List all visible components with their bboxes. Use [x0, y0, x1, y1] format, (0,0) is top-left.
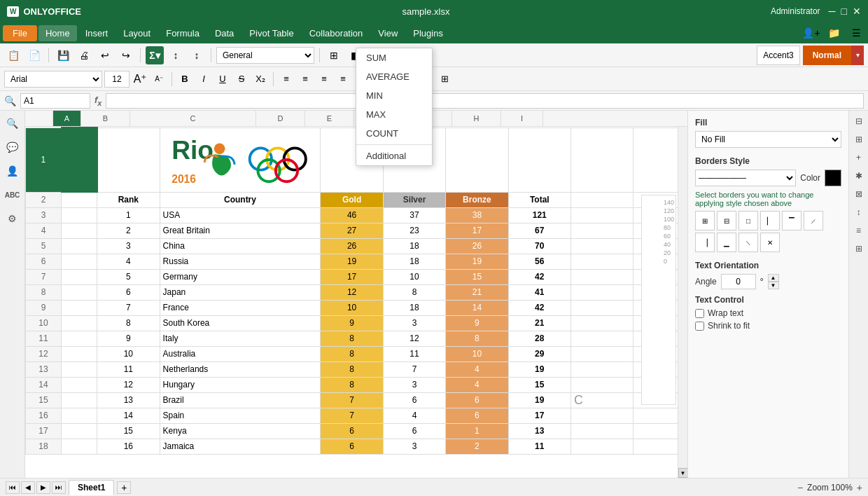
cell-h7[interactable] — [570, 269, 633, 284]
cell-d9[interactable]: 10 — [321, 300, 383, 315]
cell-a1[interactable] — [62, 128, 97, 192]
cell-d15[interactable]: 7 — [321, 392, 383, 408]
last-sheet-btn[interactable]: ⏭ — [52, 481, 66, 494]
menu-file[interactable]: File — [3, 25, 37, 41]
border-right-btn[interactable]: ▕ — [695, 233, 715, 252]
italic-btn[interactable]: I — [195, 71, 212, 88]
cell-b11[interactable]: 9 — [97, 331, 160, 346]
dropdown-min[interactable]: MIN — [356, 86, 432, 105]
cell-f13[interactable]: 4 — [446, 361, 508, 377]
cell-b17[interactable]: 15 — [97, 423, 160, 439]
cell-f15[interactable]: 6 — [446, 392, 508, 408]
cell-a3[interactable] — [62, 207, 97, 223]
borders-btn[interactable]: ⊞ — [436, 71, 453, 88]
cell-g13[interactable]: 19 — [508, 361, 570, 377]
cell-b13[interactable]: 11 — [97, 361, 160, 377]
cell-c10[interactable]: South Korea — [160, 315, 321, 331]
strikethrough-btn[interactable]: S — [233, 71, 250, 88]
cell-e14[interactable]: 3 — [383, 377, 445, 392]
cell-g14[interactable]: 15 — [508, 377, 570, 392]
font-family-select[interactable]: Arial — [4, 71, 102, 88]
normal-style-btn[interactable]: Normal — [803, 46, 851, 65]
cell-h11[interactable] — [570, 331, 633, 346]
border-bot-btn[interactable]: ▁ — [717, 233, 736, 252]
copy-btn[interactable]: 📄 — [25, 46, 43, 64]
cell-d14[interactable]: 8 — [321, 377, 383, 392]
cell-e12[interactable]: 11 — [383, 346, 445, 361]
cell-h4[interactable] — [570, 223, 633, 238]
accent3-style[interactable]: Accent3 — [757, 46, 799, 65]
sum-btn[interactable]: Σ▾ — [146, 46, 164, 64]
right-icon-7[interactable]: ≡ — [851, 223, 867, 238]
right-icon-4[interactable]: ✱ — [851, 168, 867, 184]
cell-c2-country[interactable]: Country — [160, 192, 321, 207]
cell-d12[interactable]: 8 — [321, 346, 383, 361]
cell-h10[interactable] — [570, 315, 633, 331]
cell-b15[interactable]: 13 — [97, 392, 160, 408]
cell-a12[interactable] — [62, 346, 97, 361]
cell-a14[interactable] — [62, 377, 97, 392]
sort-asc-btn[interactable]: ↕ — [167, 46, 185, 64]
right-icon-6[interactable]: ↕ — [851, 205, 867, 220]
cell-b1[interactable] — [97, 128, 160, 192]
align-justify-btn[interactable]: ≡ — [335, 71, 351, 88]
cell-f1[interactable] — [446, 128, 508, 192]
cell-c3[interactable]: USA — [160, 207, 321, 223]
menu-view[interactable]: View — [371, 25, 405, 41]
cell-b4[interactable]: 2 — [97, 223, 160, 238]
border-top-btn[interactable]: ▔ — [782, 211, 802, 230]
cell-f16[interactable]: 6 — [446, 408, 508, 423]
cell-e11[interactable]: 12 — [383, 331, 445, 346]
cell-g17[interactable]: 13 — [508, 423, 570, 439]
cell-g5[interactable]: 70 — [508, 238, 570, 254]
cell-c7[interactable]: Germany — [160, 269, 321, 284]
border-none-btn[interactable]: ✕ — [760, 233, 780, 252]
cell-b5[interactable]: 3 — [97, 238, 160, 254]
cell-f5[interactable]: 26 — [446, 238, 508, 254]
cell-d4[interactable]: 27 — [321, 223, 383, 238]
undo-btn[interactable]: ↩ — [96, 46, 114, 64]
cell-b9[interactable]: 7 — [97, 300, 160, 315]
cell-h1[interactable] — [570, 128, 633, 192]
sheet-tab-1[interactable]: Sheet1 — [69, 480, 114, 495]
color-picker[interactable] — [825, 170, 841, 186]
user-plus-btn[interactable]: 👤+ — [802, 24, 820, 42]
cell-c11[interactable]: Italy — [160, 331, 321, 346]
cell-c8[interactable]: Japan — [160, 284, 321, 300]
right-icon-8[interactable]: ⊞ — [851, 241, 867, 256]
cell-d11[interactable]: 8 — [321, 331, 383, 346]
cell-g10[interactable]: 21 — [508, 315, 570, 331]
angle-up-btn[interactable]: ▲ — [768, 274, 779, 282]
cell-d8[interactable]: 12 — [321, 284, 383, 300]
number-format-select[interactable]: General — [216, 47, 314, 64]
cell-e16[interactable]: 4 — [383, 408, 445, 423]
scroll-down-btn[interactable]: ▼ — [678, 468, 688, 478]
wrap-text-checkbox[interactable] — [695, 309, 704, 318]
cell-d18[interactable]: 6 — [321, 439, 383, 454]
left-abc-icon[interactable]: ABC — [3, 185, 22, 205]
cell-a5[interactable] — [62, 238, 97, 254]
cell-g6[interactable]: 56 — [508, 254, 570, 269]
folder-btn[interactable]: 📁 — [825, 24, 843, 42]
cell-a7[interactable] — [62, 269, 97, 284]
maximize-btn[interactable]: □ — [841, 6, 847, 17]
cell-c6[interactable]: Russia — [160, 254, 321, 269]
col-header-d[interactable]: D — [256, 111, 305, 126]
left-search-icon[interactable]: 🔍 — [3, 113, 22, 133]
cell-search-icon[interactable]: 🔍 — [4, 95, 16, 106]
cell-f14[interactable]: 4 — [446, 377, 508, 392]
cell-f10[interactable]: 9 — [446, 315, 508, 331]
cell-e18[interactable]: 3 — [383, 439, 445, 454]
cell-d10[interactable]: 9 — [321, 315, 383, 331]
menu-home[interactable]: Home — [38, 25, 77, 41]
cell-d17[interactable]: 6 — [321, 423, 383, 439]
cell-h15[interactable]: C — [570, 392, 633, 408]
cell-f17[interactable]: 1 — [446, 423, 508, 439]
menu-formula[interactable]: Formula — [159, 25, 206, 41]
border-diag-btn[interactable]: ⟋ — [804, 211, 823, 230]
dropdown-count[interactable]: COUNT — [356, 124, 432, 143]
left-settings-icon[interactable]: ⚙ — [3, 209, 22, 228]
cell-f7[interactable]: 15 — [446, 269, 508, 284]
cell-c16[interactable]: Spain — [160, 408, 321, 423]
cell-c12[interactable]: Australia — [160, 346, 321, 361]
